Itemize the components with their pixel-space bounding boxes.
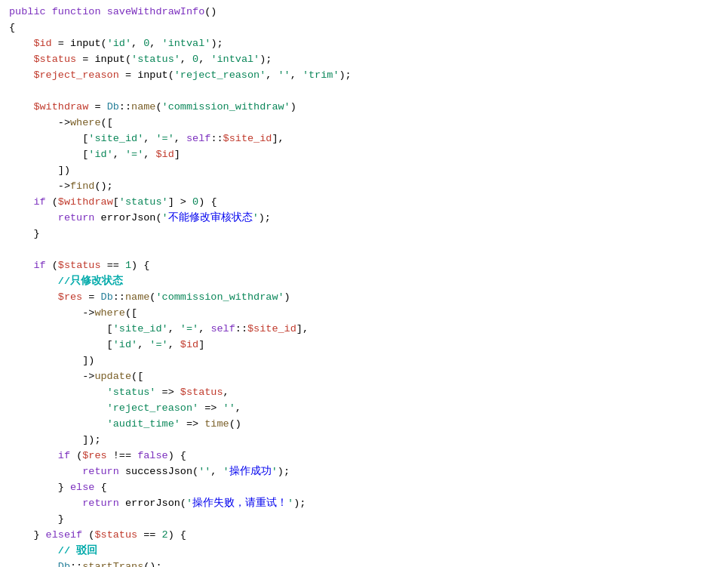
code-line-20: ->where([ xyxy=(0,306,728,322)
code-line-29: if ($res !== false) { xyxy=(0,448,728,464)
code-line-7: $withdraw = Db::name('commission_withdra… xyxy=(0,100,728,116)
keyword-function: function xyxy=(52,5,107,20)
code-line-22: ['id', '=', $id] xyxy=(0,337,728,353)
code-line-31: } else { xyxy=(0,480,728,496)
code-line-34: } elseif ($status == 2) { xyxy=(0,528,728,544)
code-line-1: public function saveWithdrawInfo() xyxy=(0,5,728,20)
code-line-8: ->where([ xyxy=(0,116,728,131)
code-line-19: $res = Db::name('commission_withdraw') xyxy=(0,290,728,306)
code-line-6 xyxy=(0,84,728,100)
code-line-17: if ($status == 1) { xyxy=(0,258,728,274)
code-line-12: ->find(); xyxy=(0,179,728,195)
code-line-2: { xyxy=(0,20,728,36)
code-line-32: return errorJson('操作失败，请重试！'); xyxy=(0,496,728,512)
function-name: saveWithdrawInfo xyxy=(107,5,205,20)
code-line-26: 'reject_reason' => '', xyxy=(0,401,728,417)
code-line-13: if ($withdraw['status'] > 0) { xyxy=(0,195,728,211)
code-line-23: ]) xyxy=(0,353,728,369)
code-line-35: // 驳回 xyxy=(0,544,728,559)
code-line-33: } xyxy=(0,512,728,528)
code-line-16 xyxy=(0,242,728,258)
code-line-15: } xyxy=(0,226,728,242)
comment-only-status: //只修改状态 xyxy=(9,274,123,290)
code-line-9: ['site_id', '=', self::$site_id], xyxy=(0,131,728,147)
code-line-18: //只修改状态 xyxy=(0,274,728,290)
code-line-36: Db::startTrans(); xyxy=(0,559,728,567)
code-line-27: 'audit_time' => time() xyxy=(0,417,728,433)
code-line-24: ->update([ xyxy=(0,369,728,385)
comment-reject: // 驳回 xyxy=(9,544,97,559)
code-line-3: $id = input('id', 0, 'intval'); xyxy=(0,36,728,52)
code-line-21: ['site_id', '=', self::$site_id], xyxy=(0,322,728,337)
code-line-10: ['id', '=', $id] xyxy=(0,147,728,163)
code-line-4: $status = input('status', 0, 'intval'); xyxy=(0,52,728,68)
code-line-14: return errorJson('不能修改审核状态'); xyxy=(0,211,728,226)
code-editor: public function saveWithdrawInfo() { $id… xyxy=(0,0,728,567)
keyword-public: public xyxy=(9,5,52,20)
code-line-30: return successJson('', '操作成功'); xyxy=(0,464,728,480)
code-line-28: ]); xyxy=(0,433,728,448)
code-line-5: $reject_reason = input('reject_reason', … xyxy=(0,68,728,84)
code-line-25: 'status' => $status, xyxy=(0,385,728,401)
code-line-11: ]) xyxy=(0,163,728,179)
